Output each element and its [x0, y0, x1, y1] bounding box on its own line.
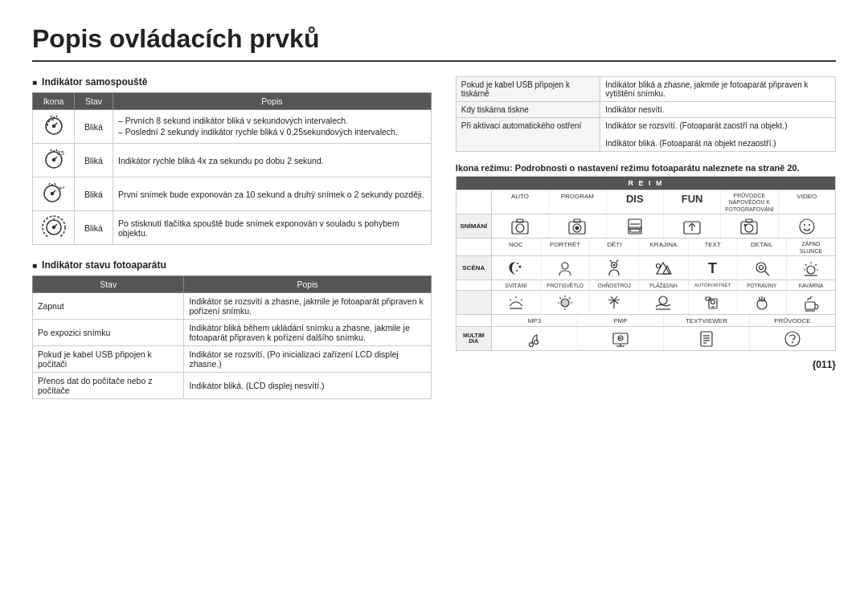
- usb-printer-table: Pokud je kabel USB připojen k tiskárně I…: [456, 76, 836, 152]
- table-row: 25 Bliká Indikátor rychle bliká 4x za se…: [33, 144, 432, 178]
- mode-cell-auto: [492, 214, 549, 238]
- table-row: Bliká Prvních 8 sekund indikátor bliká v…: [33, 110, 432, 144]
- svg-point-110: [792, 341, 793, 343]
- label-fun: FUN: [664, 190, 721, 214]
- scene-cells1: T: [492, 256, 835, 280]
- label-pruvodce: PRŮVODCENÁPOVĚDOU KFOTOGRAFOVÁNÍ: [721, 190, 778, 214]
- svg-line-57: [765, 271, 769, 275]
- svg-line-52: [616, 260, 618, 262]
- label-svitani: SVÍTÁNÍ: [492, 280, 541, 290]
- svg-line-2: [51, 116, 51, 117]
- svg-point-56: [756, 263, 766, 272]
- snimani-labels-row: AUTO PROGRAM DIS FUN PRŮVODCENÁPOVĚDOU K…: [457, 190, 835, 214]
- scene-potraviny: [738, 291, 787, 314]
- scene-kavarna: [787, 291, 835, 314]
- usb-desc-3: Indikátor se rozsvítí. (Fotoaparát zaost…: [600, 118, 836, 152]
- table-row: ↩ Bliká První snímek bude exponován za 1…: [33, 178, 432, 211]
- snimani-cells: [492, 214, 835, 238]
- svg-point-43: [804, 224, 805, 226]
- table-row: Pokud je kabel USB připojen k počítači I…: [33, 346, 432, 373]
- svg-point-84: [659, 296, 667, 304]
- left-column: Indikátor samospouště Ikona Stav Popis: [32, 76, 432, 414]
- status-row4-label: Přenos dat do počítače nebo z počítače: [33, 373, 184, 399]
- multi-mp3: [492, 327, 578, 350]
- row-label-spacer: [457, 190, 492, 214]
- regime-label: R E I M: [628, 179, 663, 187]
- multi-pruvodce: [750, 327, 835, 350]
- svg-line-83: [614, 300, 618, 304]
- scene-label-spacer: [457, 239, 492, 255]
- multi-labels-row: MP3 PMP TEXTVIEWER PRŮVODCE: [457, 314, 835, 326]
- svg-point-87: [710, 300, 714, 304]
- label-text: TEXT: [689, 239, 738, 255]
- multi-cells: [492, 327, 835, 350]
- scene-labels-row: NOC PORTRÉT DĚTI KRAJINA TEXT DETAIL ZÁP…: [457, 238, 835, 255]
- svg-line-15: [49, 183, 50, 185]
- label-auto: AUTO: [492, 190, 549, 214]
- svg-text:25: 25: [57, 149, 64, 157]
- scene-text: T: [689, 256, 738, 280]
- svg-point-44: [809, 224, 810, 226]
- timer-icon-2: 25: [33, 144, 75, 178]
- usb-label-2: Kdy tiskárna tiskne: [456, 102, 600, 118]
- table-row: Bliká Po stisknutí tlačítka spouště bude…: [33, 211, 432, 245]
- scene-detail: [738, 256, 787, 280]
- status-row1-desc: Indikátor se rozsvítí a zhasne, jakmile …: [184, 293, 431, 320]
- scene-row2-label: [457, 291, 492, 314]
- svg-line-62: [815, 264, 817, 266]
- page-title: Popis ovládacích prvků: [32, 24, 836, 62]
- scene-portret: [541, 256, 590, 280]
- timer-desc-1: Prvních 8 sekund indikátor bliká v sekun…: [113, 110, 432, 144]
- col-popis: Popis: [113, 93, 432, 110]
- svg-point-31: [575, 226, 579, 230]
- table-row: Po expozici snímku Indikátor bliká během…: [33, 320, 432, 346]
- scene2-labels-row: SVÍTÁNÍ PROTISVĚTLO OHŇOSTROJ PLÁŽ&SNH A…: [457, 280, 835, 290]
- svg-point-97: [529, 342, 533, 346]
- mode-grid: R E I M AUTO PROGRAM DIS FUN PRŮVODCENÁP…: [456, 176, 836, 351]
- svg-text:↩: ↩: [59, 184, 65, 192]
- svg-line-82: [610, 300, 614, 304]
- mode-grid-header: R E I M: [457, 177, 835, 190]
- col-stav2: Stav: [33, 276, 184, 293]
- multi-pmp: [578, 327, 664, 350]
- label-dis: DIS: [607, 190, 664, 214]
- col-popis2: Popis: [184, 276, 431, 293]
- svg-point-18: [51, 193, 53, 195]
- status-row4-desc: Indikátor bliká. (LCD displej nesvítí.): [184, 373, 431, 399]
- scene-krajina: [639, 256, 688, 280]
- scene-noc: [492, 256, 541, 280]
- svg-rect-95: [805, 302, 815, 309]
- status-row2-desc: Indikátor bliká během ukládání snímku a …: [184, 320, 431, 346]
- label-program: PROGRAM: [549, 190, 606, 214]
- scene-row2: [457, 290, 835, 314]
- label-detail: DETAIL: [738, 239, 787, 255]
- svg-point-58: [759, 265, 763, 269]
- multi-label: MULTIM DIA: [457, 327, 492, 350]
- svg-point-39: [745, 224, 753, 232]
- svg-line-61: [805, 264, 807, 266]
- label-pmp: PMP: [578, 315, 664, 326]
- scene-row1: SCÉNA: [457, 255, 835, 280]
- svg-line-51: [610, 260, 612, 262]
- svg-line-76: [569, 298, 571, 300]
- status-row3-label: Pokud je kabel USB připojen k počítači: [33, 346, 184, 373]
- col-ikona: Ikona: [33, 93, 75, 110]
- svg-point-55: [657, 263, 661, 267]
- scene-label: SCÉNA: [457, 256, 492, 280]
- label-noc: NOC: [492, 239, 541, 255]
- timer-status-4: Bliká: [75, 211, 113, 245]
- mode-cell-print: [607, 214, 664, 238]
- label-video: VIDEO: [779, 190, 835, 214]
- multi-label-spacer: [457, 315, 492, 326]
- label-deti: DĚTI: [590, 239, 639, 255]
- svg-point-59: [807, 266, 815, 274]
- usb-label-3: Při aktivaci automatického ostření: [456, 118, 600, 152]
- scene-zapad: [787, 256, 835, 280]
- scene2-label-spacer: [457, 280, 492, 290]
- table-row: Zapnut Indikátor se rozsvítí a zhasne, j…: [33, 293, 432, 320]
- svg-marker-103: [619, 337, 622, 339]
- table-row: Při aktivaci automatického ostření Indik…: [456, 118, 835, 152]
- status-row2-label: Po expozici snímku: [33, 320, 184, 346]
- scene-plaz: [639, 291, 688, 314]
- mode-heading: Ikona režimu: Podrobnosti o nastavení re…: [456, 163, 836, 173]
